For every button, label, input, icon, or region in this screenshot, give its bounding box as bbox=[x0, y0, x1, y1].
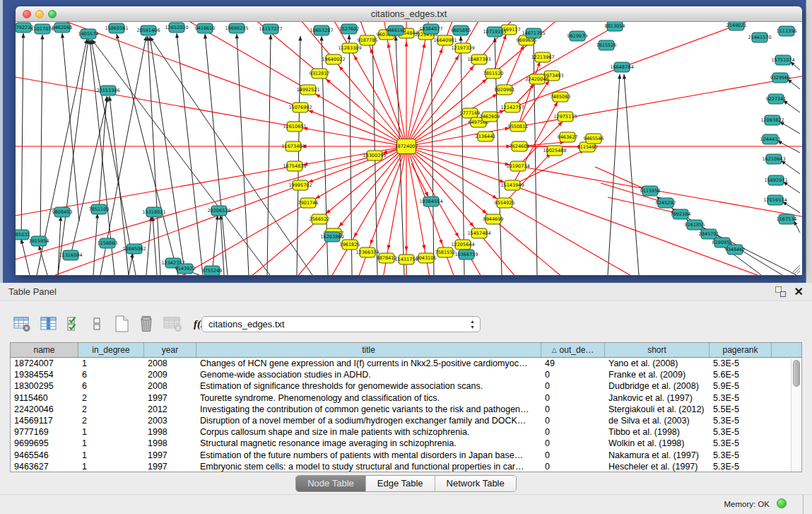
table-row[interactable]: 977716911998Corpus callosum shape and si… bbox=[11, 426, 801, 438]
tab-network-table[interactable]: Network Table bbox=[435, 476, 516, 491]
close-window-button[interactable] bbox=[23, 10, 31, 18]
network-edge[interactable] bbox=[595, 167, 646, 189]
column-header-title[interactable]: title bbox=[196, 343, 541, 357]
memory-status-indicator[interactable] bbox=[777, 498, 787, 508]
table-row[interactable]: 1872400712008Changes of HCN gene express… bbox=[11, 358, 801, 369]
edge-arrowhead bbox=[500, 110, 505, 114]
network-edge[interactable] bbox=[150, 37, 312, 275]
network-edge[interactable] bbox=[90, 146, 406, 275]
tab-node-table[interactable]: Node Table bbox=[296, 476, 365, 491]
network-edge[interactable] bbox=[16, 22, 406, 146]
network-edge[interactable] bbox=[431, 35, 434, 275]
rows-icon[interactable] bbox=[92, 314, 102, 334]
network-edge[interactable] bbox=[505, 45, 524, 90]
column-header-pagerank[interactable]: pagerank bbox=[710, 343, 772, 357]
column-header-short[interactable]: short bbox=[605, 343, 710, 357]
network-edge[interactable] bbox=[220, 215, 224, 275]
new-table-icon[interactable] bbox=[113, 314, 130, 334]
network-node-label: 11017076 bbox=[30, 26, 54, 32]
network-node-label: 9808453 bbox=[52, 209, 73, 215]
table-cell: 0 bbox=[541, 438, 605, 449]
table-selector[interactable]: citations_edges.txt ▲▼ bbox=[201, 316, 481, 332]
network-node-label: 12610651 bbox=[283, 124, 306, 129]
table-row[interactable]: 946554611997Estimation of the future num… bbox=[11, 450, 801, 461]
table-column-icon[interactable] bbox=[40, 314, 58, 334]
table-cell: Yano et al. (2008) bbox=[605, 358, 710, 369]
edge-arrowhead bbox=[404, 247, 408, 251]
table-row[interactable]: 969969511998Structural magnetic resonanc… bbox=[11, 438, 801, 449]
network-edge[interactable] bbox=[16, 22, 406, 146]
table-row[interactable]: 1830029562008Estimation of significance … bbox=[11, 380, 801, 392]
float-panel-icon[interactable] bbox=[775, 286, 786, 297]
network-node-label: 6466160 bbox=[386, 28, 406, 33]
edge-arrowhead bbox=[204, 34, 207, 39]
column-header-year[interactable]: year bbox=[144, 343, 196, 357]
network-edge[interactable] bbox=[16, 22, 406, 146]
sort-ascending-icon: △ bbox=[552, 346, 557, 354]
select-rows-icon[interactable] bbox=[66, 314, 82, 334]
column-header-name[interactable]: name bbox=[11, 343, 78, 357]
network-window[interactable]: citations_edges.txt 11254844122543361664… bbox=[16, 6, 802, 276]
table-cell: 49 bbox=[541, 358, 605, 369]
close-panel-icon[interactable]: ✕ bbox=[794, 287, 804, 297]
network-node-label: 20591406 bbox=[136, 28, 160, 33]
network-edge[interactable] bbox=[349, 35, 352, 275]
table-tabs: Node TableEdge TableNetwork Table bbox=[0, 475, 812, 492]
network-edge[interactable] bbox=[117, 34, 178, 275]
table-cell: de Silva et al. (2003) bbox=[605, 415, 710, 426]
network-canvas-svg[interactable]: 1125484412254336166409811219733910487393… bbox=[16, 22, 802, 275]
network-edge[interactable] bbox=[624, 74, 639, 275]
table-cell: 0 bbox=[541, 369, 605, 380]
network-node-label: 2566522 bbox=[310, 216, 330, 222]
network-edge[interactable] bbox=[267, 35, 271, 275]
network-edge[interactable] bbox=[146, 216, 151, 275]
network-edge[interactable] bbox=[153, 216, 157, 275]
network-edge[interactable] bbox=[16, 22, 406, 146]
zoom-window-button[interactable] bbox=[48, 10, 57, 18]
column-header-label: short bbox=[647, 345, 666, 355]
column-header-out_de[interactable]: △out_de… bbox=[541, 343, 605, 357]
table-cell: 6 bbox=[78, 369, 144, 380]
minimize-window-button[interactable] bbox=[35, 10, 44, 18]
network-edge[interactable] bbox=[461, 36, 464, 275]
table-settings-icon[interactable] bbox=[13, 314, 31, 334]
column-header-label: in_degree bbox=[92, 345, 129, 355]
network-window-titlebar[interactable]: citations_edges.txt bbox=[16, 6, 802, 22]
network-edge[interactable] bbox=[297, 36, 300, 275]
delete-table-disabled-icon bbox=[163, 314, 182, 334]
network-edge[interactable] bbox=[608, 74, 620, 275]
network-node-label: 1244413 bbox=[760, 136, 781, 142]
table-row[interactable]: 1456911722003Disruption of a novel membe… bbox=[11, 415, 801, 426]
table-cell: 2008 bbox=[144, 380, 196, 392]
table-cell: 2 bbox=[78, 392, 144, 404]
table-row[interactable]: 2242004622012Investigating the contribut… bbox=[11, 404, 801, 415]
table-row[interactable]: 911546021997Tourette syndrome. Phenomeno… bbox=[11, 392, 801, 404]
scrollbar-thumb[interactable] bbox=[793, 360, 800, 387]
network-edge[interactable] bbox=[518, 62, 540, 127]
network-edge[interactable] bbox=[16, 22, 406, 146]
table-cell: 18300295 bbox=[11, 380, 78, 392]
network-canvas[interactable]: 1125484412254336166409811219733910487393… bbox=[16, 22, 802, 275]
tab-edge-table[interactable]: Edge Table bbox=[365, 476, 435, 491]
table-cell: 0 bbox=[541, 380, 605, 392]
edge-arrowhead bbox=[21, 33, 25, 37]
table-cell: Stergiakouli et al. (2012) bbox=[605, 404, 710, 415]
network-edge[interactable] bbox=[21, 33, 23, 243]
network-edge[interactable] bbox=[177, 33, 203, 275]
network-edge[interactable] bbox=[16, 22, 406, 146]
network-node-label: 2136441 bbox=[476, 134, 496, 139]
network-node-label: 18300295 bbox=[363, 153, 386, 158]
window-resize-grip[interactable] bbox=[792, 265, 800, 274]
table-row[interactable]: 946362711997Embryonic stem cells: a mode… bbox=[11, 461, 801, 472]
network-edge[interactable] bbox=[205, 34, 228, 275]
table-vertical-scrollbar[interactable] bbox=[791, 358, 801, 472]
network-node-label: 9227341 bbox=[766, 96, 787, 102]
table-cell: Jankovic et al. (1997) bbox=[605, 392, 710, 404]
table-cell: 18724007 bbox=[11, 358, 78, 369]
column-header-in_degree[interactable]: in_degree bbox=[78, 343, 144, 357]
table-row[interactable]: 1938455462009Genome-wide association stu… bbox=[11, 369, 801, 380]
delete-table-icon[interactable] bbox=[137, 314, 155, 334]
network-edge[interactable] bbox=[62, 33, 79, 221]
network-edge[interactable] bbox=[71, 97, 108, 255]
network-node-label: 16157277 bbox=[259, 26, 282, 32]
